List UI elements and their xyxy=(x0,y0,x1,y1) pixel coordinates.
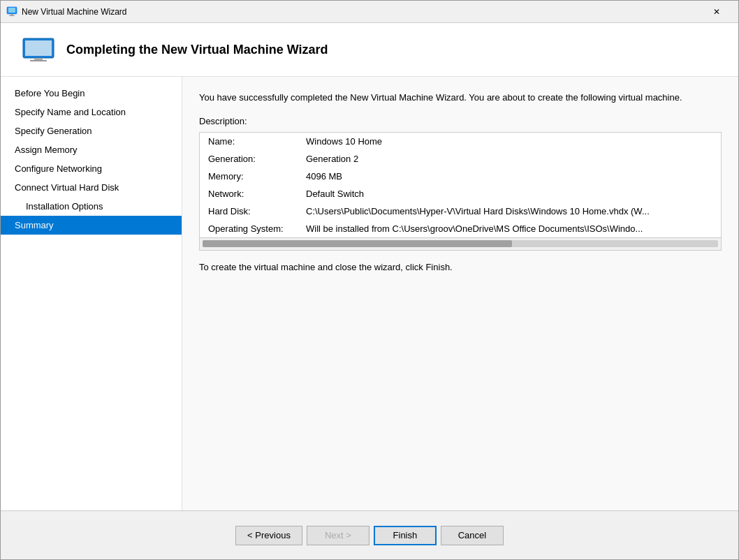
summary-row: Generation:Generation 2 xyxy=(200,150,721,168)
svg-rect-5 xyxy=(25,40,52,56)
svg-rect-3 xyxy=(9,15,15,16)
wizard-header: Completing the New Virtual Machine Wizar… xyxy=(1,23,738,77)
sidebar: Before You Begin Specify Name and Locati… xyxy=(1,77,182,510)
summary-row-label: Network: xyxy=(200,185,298,202)
header-icon xyxy=(22,37,55,62)
window-title: New Virtual Machine Wizard xyxy=(22,7,127,17)
main-panel: You have successfully completed the New … xyxy=(182,77,738,510)
summary-row: Network:Default Switch xyxy=(200,185,721,202)
finish-text: To create the virtual machine and close … xyxy=(199,262,722,272)
title-bar: New Virtual Machine Wizard ✕ xyxy=(1,1,738,23)
summary-row-value: Default Switch xyxy=(298,185,721,202)
sidebar-item-summary[interactable]: Summary xyxy=(1,216,182,235)
header-title: Completing the New Virtual Machine Wizar… xyxy=(66,43,328,57)
title-bar-buttons: ✕ xyxy=(701,1,733,23)
close-button[interactable]: ✕ xyxy=(701,1,733,23)
scrollbar-thumb xyxy=(203,240,512,247)
summary-row-value: 4096 MB xyxy=(298,168,721,185)
summary-row-value: Generation 2 xyxy=(298,150,721,168)
sidebar-item-assign-memory[interactable]: Assign Memory xyxy=(1,140,182,159)
sidebar-item-specify-generation[interactable]: Specify Generation xyxy=(1,121,182,140)
wizard-window: New Virtual Machine Wizard ✕ Completing … xyxy=(0,0,739,560)
description-label: Description: xyxy=(199,116,722,126)
summary-row-value: C:\Users\Public\Documents\Hyper-V\Virtua… xyxy=(298,202,721,220)
summary-row: Hard Disk:C:\Users\Public\Documents\Hype… xyxy=(200,202,721,220)
previous-button[interactable]: < Previous xyxy=(235,526,302,545)
svg-rect-2 xyxy=(10,14,13,15)
summary-box: Name:Windows 10 HomeGeneration:Generatio… xyxy=(199,132,722,251)
sidebar-item-configure-networking[interactable]: Configure Networking xyxy=(1,159,182,178)
summary-row: Memory:4096 MB xyxy=(200,168,721,185)
summary-row-label: Generation: xyxy=(200,150,298,168)
svg-rect-1 xyxy=(8,8,15,13)
summary-row-label: Hard Disk: xyxy=(200,202,298,220)
summary-row-label: Name: xyxy=(200,133,298,150)
finish-button[interactable]: Finish xyxy=(374,526,437,545)
cancel-button[interactable]: Cancel xyxy=(441,526,504,545)
summary-row-label: Memory: xyxy=(200,168,298,185)
sidebar-item-installation-options[interactable]: Installation Options xyxy=(1,197,182,216)
wizard-content: Before You Begin Specify Name and Locati… xyxy=(1,77,738,510)
summary-row: Name:Windows 10 Home xyxy=(200,133,721,150)
summary-table: Name:Windows 10 HomeGeneration:Generatio… xyxy=(200,133,721,237)
summary-row-value: Windows 10 Home xyxy=(298,133,721,150)
horizontal-scrollbar[interactable] xyxy=(200,237,721,250)
scrollbar-track xyxy=(203,240,718,247)
summary-row-value: Will be installed from C:\Users\groov\On… xyxy=(298,220,721,237)
wizard-footer: < Previous Next > Finish Cancel xyxy=(1,510,738,559)
next-button[interactable]: Next > xyxy=(307,526,370,545)
sidebar-item-connect-vhd[interactable]: Connect Virtual Hard Disk xyxy=(1,178,182,197)
summary-row: Operating System:Will be installed from … xyxy=(200,220,721,237)
sidebar-item-specify-name[interactable]: Specify Name and Location xyxy=(1,103,182,121)
intro-text: You have successfully completed the New … xyxy=(199,91,722,105)
svg-rect-6 xyxy=(34,58,43,60)
title-bar-left: New Virtual Machine Wizard xyxy=(6,6,127,17)
summary-row-label: Operating System: xyxy=(200,220,298,237)
sidebar-item-before-you-begin[interactable]: Before You Begin xyxy=(1,84,182,103)
window-icon xyxy=(6,6,17,17)
svg-rect-7 xyxy=(30,60,47,61)
